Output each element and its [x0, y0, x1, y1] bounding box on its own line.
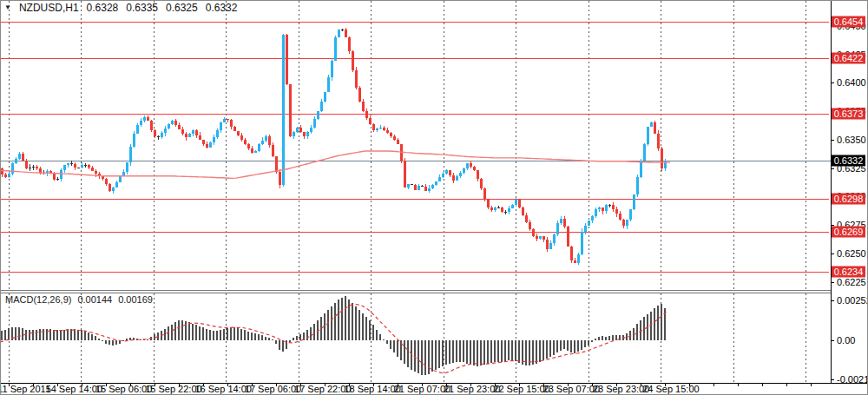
candle-body: [324, 92, 326, 102]
candle-body: [532, 229, 535, 236]
candle-body: [664, 161, 667, 168]
candle-body: [265, 136, 267, 141]
candle-body: [286, 35, 288, 84]
candle-body: [379, 128, 382, 129]
price-badge-label: 0.6298: [834, 194, 864, 204]
candle-body: [595, 209, 597, 216]
price-level-badge: 0.6298: [832, 194, 865, 205]
candle-body: [254, 151, 257, 153]
chart-canvas[interactable]: 0.64500.64250.64000.63750.63500.63250.63…: [0, 0, 868, 395]
candle-body: [404, 161, 406, 188]
candle-body: [154, 130, 156, 136]
panel-separator: [0, 293, 868, 293]
time-axis-label: 17 Sep 22:00: [294, 384, 351, 394]
candle-body: [605, 205, 608, 211]
candle-body: [331, 61, 333, 77]
candle-body: [654, 122, 656, 133]
price-level-badge: 0.6373: [832, 109, 865, 120]
candle-body: [358, 88, 361, 102]
candle-body: [411, 184, 413, 185]
price-badge-label: 0.6454: [834, 16, 864, 27]
candle-body: [497, 207, 500, 208]
price-badge-label: 0.6373: [834, 109, 864, 119]
candle-body: [303, 132, 306, 136]
candle-body: [449, 170, 451, 175]
candle-body: [529, 222, 531, 229]
candle-body: [84, 165, 87, 166]
candle-body: [588, 221, 590, 226]
candle-body: [602, 207, 604, 211]
candle-body: [233, 127, 236, 132]
candle-body: [63, 165, 66, 170]
candle-body: [490, 207, 493, 210]
candle-body: [299, 128, 302, 132]
price-badge-label: 0.6422: [834, 53, 864, 63]
candle-body: [115, 182, 118, 188]
candle-body: [67, 163, 69, 165]
candle-body: [522, 207, 524, 215]
candle-body: [647, 127, 649, 144]
time-axis-label: 17 Sep 06:00: [245, 384, 301, 394]
candle-body: [133, 134, 135, 147]
candle-body: [251, 148, 253, 153]
candle-body: [220, 122, 222, 130]
candle-body: [442, 174, 444, 177]
price-tick-label: 0.6250: [837, 248, 866, 259]
candle-body: [15, 159, 17, 164]
candle-body: [466, 163, 469, 168]
candle-body: [18, 154, 21, 159]
candle-body: [574, 260, 576, 263]
chart-window: 0.64500.64250.64000.63750.63500.63250.63…: [0, 0, 868, 395]
candle-body: [553, 234, 556, 243]
candle-body: [261, 141, 264, 145]
candle-body: [626, 220, 628, 226]
time-axis-label: 24 Sep 15:00: [642, 384, 699, 394]
candle-body: [105, 179, 108, 184]
candle-body: [591, 216, 594, 221]
time-axis-label: 11 Sep 2015: [0, 384, 51, 394]
candle-body: [341, 30, 344, 30]
candle-body: [508, 208, 510, 212]
panel-separator: [0, 290, 868, 291]
candle-body: [407, 184, 410, 187]
candle-body: [32, 167, 35, 168]
macd-label: MACD(12,26,9): [5, 294, 71, 305]
candle-body: [650, 122, 653, 127]
candle-body: [140, 121, 142, 125]
candle-body: [546, 240, 549, 248]
symbol-dropdown-icon[interactable]: ▼: [4, 3, 11, 13]
candle-body: [81, 165, 83, 168]
candle-body: [577, 254, 580, 263]
candle-body: [477, 170, 479, 179]
candle-body: [279, 172, 281, 186]
price-level-badge: 0.6234: [832, 267, 865, 278]
candle-body: [352, 51, 354, 70]
price-level-badge: 0.6332: [832, 155, 865, 167]
macd-header: MACD(12,26,9) 0.00144 0.00169: [5, 294, 153, 305]
candle-body: [518, 200, 521, 207]
candle-body: [293, 132, 295, 136]
candle-body: [306, 132, 309, 136]
candle-body: [289, 84, 292, 136]
candle-body: [640, 161, 642, 177]
candle-body: [206, 144, 208, 148]
candle-body: [633, 194, 635, 209]
candle-body: [178, 125, 181, 129]
time-axis-label: 15 Sep 06:00: [95, 384, 152, 394]
candle-body: [161, 133, 163, 137]
candle-body: [112, 188, 115, 191]
candle-body: [560, 219, 562, 222]
time-axis-label: 22 Sep 15:00: [493, 384, 549, 394]
candle-body: [362, 102, 365, 111]
candle-body: [171, 121, 174, 124]
candle-body: [549, 243, 552, 249]
candle-body: [258, 144, 260, 151]
candle-body: [268, 136, 271, 145]
price-tick-label: 0.6350: [837, 135, 866, 145]
time-axis-label: 23 Sep 23:00: [593, 384, 649, 394]
chart-background: [0, 0, 868, 395]
candle-body: [49, 171, 52, 173]
candle-body: [237, 131, 240, 135]
candle-body: [480, 179, 483, 188]
candle-body: [369, 118, 372, 124]
